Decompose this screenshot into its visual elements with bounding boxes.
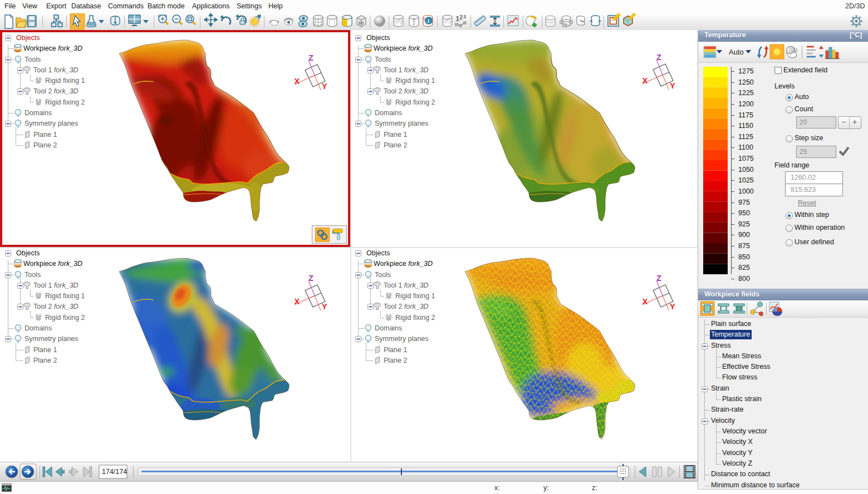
svg-text:Auto: Auto — [729, 48, 744, 56]
svg-text:i: i — [428, 18, 429, 24]
svg-text:Y: Y — [670, 302, 675, 311]
svg-text:Y: Y — [322, 302, 327, 311]
svg-text:Y: Y — [670, 81, 675, 90]
svg-text:Z: Z — [656, 274, 661, 283]
svg-text:Z: Z — [308, 274, 313, 283]
svg-text:3: 3 — [463, 14, 466, 19]
svg-text:174/174: 174/174 — [102, 468, 127, 476]
svg-text:X: X — [295, 297, 300, 306]
svg-text:3D: 3D — [358, 21, 364, 26]
svg-text:X: X — [643, 76, 648, 85]
svg-text:X: X — [643, 297, 648, 306]
svg-text:2: 2 — [459, 14, 463, 21]
svg-text:Z: Z — [656, 53, 661, 62]
